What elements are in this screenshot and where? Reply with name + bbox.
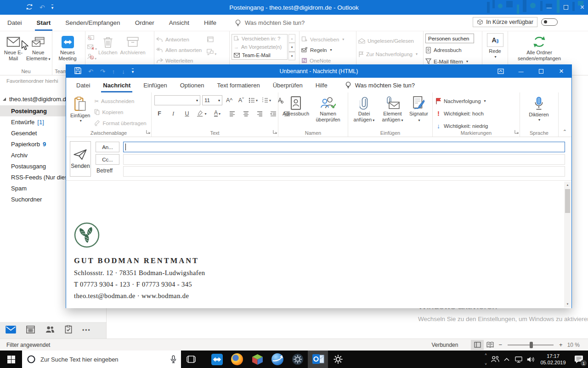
tasks-module-icon[interactable] xyxy=(65,325,72,335)
archive-button[interactable]: Archivieren xyxy=(119,33,147,57)
zoom-in-button[interactable]: + xyxy=(557,341,565,348)
reply-button[interactable]: Antworten xyxy=(156,34,202,44)
send-button[interactable]: Senden xyxy=(70,141,91,177)
meeting-reply-icon[interactable] xyxy=(206,36,216,45)
junk-icon[interactable]: ▾ xyxy=(87,53,97,62)
bullets-icon[interactable]: ▾ xyxy=(248,96,258,105)
undo-icon[interactable]: ↶ xyxy=(88,68,93,75)
font-size-combo[interactable]: 11▾ xyxy=(202,95,222,105)
dictate-button[interactable]: Diktieren ▾ xyxy=(523,94,555,123)
copy-button[interactable]: Kopieren xyxy=(94,107,146,117)
align-left-icon[interactable] xyxy=(227,109,237,118)
customize-qat-icon[interactable]: ▾ xyxy=(132,69,134,74)
grow-font-icon[interactable]: A^ xyxy=(224,96,234,105)
align-center-icon[interactable] xyxy=(241,109,251,118)
close-icon[interactable]: × xyxy=(580,3,584,12)
ribbon-display-options-icon[interactable] xyxy=(491,65,511,78)
highlight-icon[interactable]: ▾ xyxy=(196,109,208,118)
reply-all-button[interactable]: Allen antworten xyxy=(156,45,202,55)
italic-button[interactable]: I xyxy=(168,109,178,118)
tray-scroll-up-icon[interactable]: ˄ xyxy=(485,352,487,356)
tray-scroll-down-icon[interactable]: ˅ xyxy=(485,362,487,366)
people-tray-icon[interactable] xyxy=(489,351,501,368)
action-center-button[interactable]: 1 xyxy=(570,351,588,368)
body-scrollbar[interactable]: ▴ ▾ xyxy=(564,182,571,307)
collapse-ribbon-icon[interactable]: ⌃ xyxy=(563,129,567,135)
more-modules-icon[interactable]: ••• xyxy=(82,327,91,334)
tab-ansicht[interactable]: Ansicht xyxy=(162,15,197,31)
quickstep-to-manager[interactable]: → An Vorgesetzte(n) xyxy=(232,43,287,51)
coming-soon-toggle[interactable] xyxy=(541,18,558,26)
next-item-icon[interactable]: ↓ xyxy=(122,68,125,75)
taskbar-app-teamviewer[interactable] xyxy=(207,351,227,368)
calendar-module-icon[interactable] xyxy=(26,325,35,335)
quicksteps-more[interactable]: ▾ xyxy=(288,52,295,60)
check-names-button[interactable]: Namen überprüfen xyxy=(311,94,345,124)
quickstep-team-email[interactable]: Team-E-Mail xyxy=(232,51,287,59)
taskbar-app-gear-dark[interactable] xyxy=(288,351,308,368)
to-field[interactable] xyxy=(123,142,565,152)
taskbar-app-cube[interactable] xyxy=(247,351,267,368)
mail-module-icon[interactable] xyxy=(6,326,16,335)
taskbar-app-sphere[interactable] xyxy=(267,351,288,368)
tab-einfuegen[interactable]: Einfügen xyxy=(137,78,173,92)
coming-soon-button[interactable]: In Kürze verfügbar xyxy=(473,17,537,27)
cc-button[interactable]: Cc... xyxy=(96,154,119,165)
quickstep-move-to[interactable]: Verschieben in: ? xyxy=(232,34,287,43)
delete-button[interactable]: Löschen xyxy=(97,33,119,57)
rules-button[interactable]: Regeln▾ xyxy=(301,45,344,55)
addressbook-button[interactable]: Adressbuch xyxy=(425,45,474,55)
quicksteps-scroll-down[interactable]: ▾ xyxy=(288,43,295,52)
volume-icon[interactable] xyxy=(525,351,537,368)
tab-hilfe[interactable]: Hilfe xyxy=(197,15,224,31)
network-icon[interactable] xyxy=(513,351,525,368)
tab-optionen[interactable]: Optionen xyxy=(174,78,211,92)
tab-hilfe[interactable]: Hilfe xyxy=(309,78,334,92)
cc-field[interactable] xyxy=(123,154,565,165)
addressbook-button[interactable]: Adressbuch xyxy=(281,94,311,118)
search-mic-icon[interactable] xyxy=(170,355,176,363)
scroll-down-icon[interactable]: ▾ xyxy=(567,302,569,307)
forward-button[interactable]: Weiterleiten xyxy=(156,56,202,65)
move-button[interactable]: Verschieben▾ xyxy=(301,34,344,44)
tab-datei[interactable]: Datei xyxy=(70,78,96,92)
taskbar-app-firefox[interactable] xyxy=(227,351,247,368)
quicksteps-scroll-up[interactable]: ▴ xyxy=(288,34,295,43)
start-button[interactable] xyxy=(0,351,22,368)
hidden-icons-chevron[interactable] xyxy=(501,351,513,368)
tab-text-formatieren[interactable]: Text formatieren xyxy=(210,78,266,92)
subject-field[interactable] xyxy=(123,166,565,177)
read-aloud-button[interactable]: A)) xyxy=(487,33,503,47)
bold-button[interactable]: F xyxy=(154,109,164,118)
unread-read-button[interactable]: Ungelesen/Gelesen xyxy=(358,36,418,46)
minimize-icon[interactable]: — xyxy=(511,65,531,78)
taskbar-app-settings[interactable] xyxy=(328,351,348,368)
dialog-launcher-icon[interactable] xyxy=(273,127,277,136)
people-module-icon[interactable] xyxy=(45,326,55,335)
format-painter-button[interactable]: Format übertragen xyxy=(94,118,146,128)
zoom-slider[interactable] xyxy=(508,345,554,345)
tab-ueberpruefen[interactable]: Überprüfen xyxy=(266,78,309,92)
cleanup-icon[interactable]: ▾ xyxy=(87,44,97,52)
tray-scrollbar[interactable]: ˄ ˅ xyxy=(483,351,489,367)
reading-view-button[interactable] xyxy=(484,340,497,350)
tab-ordner[interactable]: Ordner xyxy=(128,15,162,31)
task-view-button[interactable] xyxy=(181,351,201,368)
redo-icon[interactable]: ↷ xyxy=(100,68,105,75)
people-search-box[interactable] xyxy=(425,34,474,43)
taskbar-search-input[interactable] xyxy=(40,356,166,363)
expand-triangle-icon[interactable] xyxy=(3,98,6,101)
taskbar-search-box[interactable] xyxy=(22,351,181,368)
followup-main-button[interactable]: Zur Nachverfolgung▾ xyxy=(358,49,418,59)
importance-low-button[interactable]: ↓ Wichtigkeit: niedrig xyxy=(435,121,488,131)
attach-file-button[interactable]: Datei anfügen▾ xyxy=(351,94,377,124)
send-receive-icon[interactable] xyxy=(26,3,33,12)
maximize-icon[interactable] xyxy=(531,65,551,78)
im-reply-icon[interactable]: ▾ xyxy=(206,48,216,57)
align-right-icon[interactable] xyxy=(254,109,265,118)
tell-me-box[interactable]: Was möchten Sie tun? xyxy=(235,19,305,27)
tab-nachricht[interactable]: Nachricht xyxy=(96,78,137,92)
cut-button[interactable]: ✂Ausschneiden xyxy=(94,96,146,106)
decrease-indent-icon[interactable] xyxy=(268,109,278,118)
close-icon[interactable]: × xyxy=(551,65,571,78)
